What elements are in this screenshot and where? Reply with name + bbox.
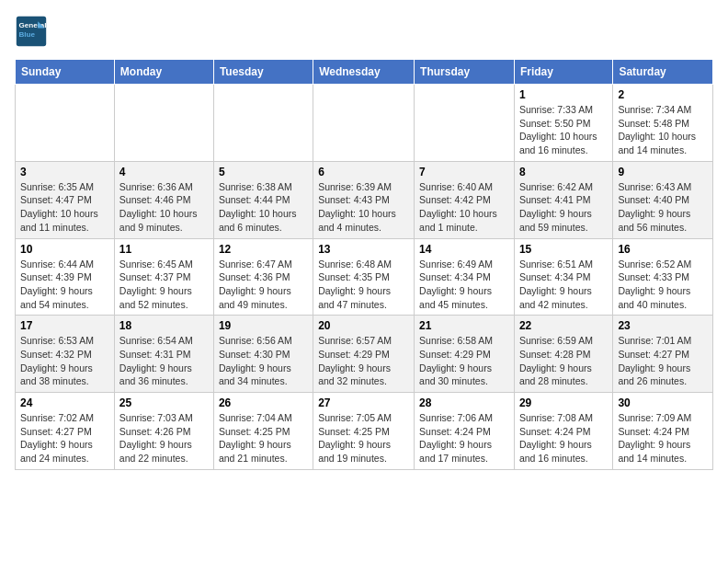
day-info: Sunrise: 6:40 AM Sunset: 4:42 PM Dayligh… bbox=[419, 180, 509, 235]
day-number: 15 bbox=[519, 243, 608, 256]
day-header-sunday: Sunday bbox=[16, 60, 115, 85]
day-number: 23 bbox=[618, 319, 708, 332]
day-header-friday: Friday bbox=[514, 60, 612, 85]
day-info: Sunrise: 6:47 AM Sunset: 4:36 PM Dayligh… bbox=[219, 258, 308, 312]
day-info: Sunrise: 6:51 AM Sunset: 4:34 PM Dayligh… bbox=[519, 258, 608, 312]
day-number: 18 bbox=[119, 319, 209, 332]
calendar-cell: 3Sunrise: 6:35 AM Sunset: 4:47 PM Daylig… bbox=[16, 161, 115, 238]
calendar-cell: 16Sunrise: 6:52 AM Sunset: 4:33 PM Dayli… bbox=[613, 238, 713, 316]
day-info: Sunrise: 6:35 AM Sunset: 4:47 PM Dayligh… bbox=[20, 180, 109, 235]
calendar-cell: 2Sunrise: 7:34 AM Sunset: 5:48 PM Daylig… bbox=[613, 85, 713, 162]
day-number: 25 bbox=[119, 396, 209, 409]
calendar-cell: 1Sunrise: 7:33 AM Sunset: 5:50 PM Daylig… bbox=[514, 85, 612, 162]
calendar-cell: 8Sunrise: 6:42 AM Sunset: 4:41 PM Daylig… bbox=[514, 161, 612, 238]
day-info: Sunrise: 6:52 AM Sunset: 4:33 PM Dayligh… bbox=[618, 258, 708, 312]
day-info: Sunrise: 6:56 AM Sunset: 4:30 PM Dayligh… bbox=[219, 334, 308, 388]
day-info: Sunrise: 7:08 AM Sunset: 4:24 PM Dayligh… bbox=[519, 411, 608, 465]
calendar-cell: 23Sunrise: 7:01 AM Sunset: 4:27 PM Dayli… bbox=[613, 316, 713, 393]
logo: General Blue bbox=[15, 15, 51, 48]
day-number: 26 bbox=[219, 396, 308, 409]
day-header-monday: Monday bbox=[114, 60, 213, 85]
day-header-saturday: Saturday bbox=[613, 60, 713, 85]
calendar-cell: 26Sunrise: 7:04 AM Sunset: 4:25 PM Dayli… bbox=[213, 393, 313, 470]
header: General Blue bbox=[15, 15, 713, 48]
day-header-wednesday: Wednesday bbox=[313, 60, 415, 85]
day-number: 8 bbox=[519, 166, 608, 178]
calendar-cell: 29Sunrise: 7:08 AM Sunset: 4:24 PM Dayli… bbox=[514, 393, 612, 470]
day-info: Sunrise: 7:06 AM Sunset: 4:24 PM Dayligh… bbox=[419, 411, 509, 465]
day-info: Sunrise: 7:03 AM Sunset: 4:26 PM Dayligh… bbox=[119, 411, 209, 465]
day-info: Sunrise: 7:34 AM Sunset: 5:48 PM Dayligh… bbox=[618, 103, 708, 157]
calendar-cell: 18Sunrise: 6:54 AM Sunset: 4:31 PM Dayli… bbox=[114, 316, 213, 393]
day-number: 9 bbox=[618, 166, 708, 178]
day-info: Sunrise: 6:59 AM Sunset: 4:28 PM Dayligh… bbox=[519, 334, 608, 388]
day-info: Sunrise: 6:53 AM Sunset: 4:32 PM Dayligh… bbox=[20, 334, 109, 388]
calendar-header-row: SundayMondayTuesdayWednesdayThursdayFrid… bbox=[16, 60, 713, 85]
calendar-cell: 25Sunrise: 7:03 AM Sunset: 4:26 PM Dayli… bbox=[114, 393, 213, 470]
day-number: 19 bbox=[219, 319, 308, 332]
day-number: 27 bbox=[318, 396, 409, 409]
day-info: Sunrise: 7:02 AM Sunset: 4:27 PM Dayligh… bbox=[20, 411, 109, 465]
day-number: 28 bbox=[419, 396, 509, 409]
day-info: Sunrise: 6:39 AM Sunset: 4:43 PM Dayligh… bbox=[318, 180, 409, 235]
day-info: Sunrise: 6:38 AM Sunset: 4:44 PM Dayligh… bbox=[219, 180, 308, 235]
calendar-cell bbox=[415, 85, 515, 162]
calendar-week-1: 1Sunrise: 7:33 AM Sunset: 5:50 PM Daylig… bbox=[16, 85, 713, 162]
calendar-cell: 13Sunrise: 6:48 AM Sunset: 4:35 PM Dayli… bbox=[313, 238, 415, 316]
day-number: 14 bbox=[419, 243, 509, 256]
day-info: Sunrise: 6:54 AM Sunset: 4:31 PM Dayligh… bbox=[119, 334, 209, 388]
day-number: 12 bbox=[219, 243, 308, 256]
calendar-cell bbox=[313, 85, 415, 162]
calendar-cell: 22Sunrise: 6:59 AM Sunset: 4:28 PM Dayli… bbox=[514, 316, 612, 393]
day-info: Sunrise: 6:49 AM Sunset: 4:34 PM Dayligh… bbox=[419, 258, 509, 312]
calendar-cell: 4Sunrise: 6:36 AM Sunset: 4:46 PM Daylig… bbox=[114, 161, 213, 238]
day-header-thursday: Thursday bbox=[415, 60, 515, 85]
calendar-week-5: 24Sunrise: 7:02 AM Sunset: 4:27 PM Dayli… bbox=[16, 393, 713, 470]
calendar-cell: 19Sunrise: 6:56 AM Sunset: 4:30 PM Dayli… bbox=[213, 316, 313, 393]
day-header-tuesday: Tuesday bbox=[213, 60, 313, 85]
calendar-cell bbox=[114, 85, 213, 162]
day-number: 29 bbox=[519, 396, 608, 409]
svg-text:Blue: Blue bbox=[19, 30, 36, 39]
day-number: 2 bbox=[618, 88, 708, 101]
calendar-cell: 24Sunrise: 7:02 AM Sunset: 4:27 PM Dayli… bbox=[16, 393, 115, 470]
day-info: Sunrise: 7:01 AM Sunset: 4:27 PM Dayligh… bbox=[618, 334, 708, 388]
day-info: Sunrise: 7:04 AM Sunset: 4:25 PM Dayligh… bbox=[219, 411, 308, 465]
day-number: 10 bbox=[20, 243, 109, 256]
day-info: Sunrise: 7:33 AM Sunset: 5:50 PM Dayligh… bbox=[519, 103, 608, 157]
day-info: Sunrise: 6:57 AM Sunset: 4:29 PM Dayligh… bbox=[318, 334, 409, 388]
calendar-cell: 7Sunrise: 6:40 AM Sunset: 4:42 PM Daylig… bbox=[415, 161, 515, 238]
day-number: 16 bbox=[618, 243, 708, 256]
calendar-cell: 6Sunrise: 6:39 AM Sunset: 4:43 PM Daylig… bbox=[313, 161, 415, 238]
day-number: 1 bbox=[519, 88, 608, 101]
calendar-cell: 14Sunrise: 6:49 AM Sunset: 4:34 PM Dayli… bbox=[415, 238, 515, 316]
calendar-cell: 27Sunrise: 7:05 AM Sunset: 4:25 PM Dayli… bbox=[313, 393, 415, 470]
day-number: 21 bbox=[419, 319, 509, 332]
day-info: Sunrise: 7:05 AM Sunset: 4:25 PM Dayligh… bbox=[318, 411, 409, 465]
day-number: 30 bbox=[618, 396, 708, 409]
day-number: 17 bbox=[20, 319, 109, 332]
day-info: Sunrise: 6:48 AM Sunset: 4:35 PM Dayligh… bbox=[318, 258, 409, 312]
calendar-cell: 20Sunrise: 6:57 AM Sunset: 4:29 PM Dayli… bbox=[313, 316, 415, 393]
calendar-week-4: 17Sunrise: 6:53 AM Sunset: 4:32 PM Dayli… bbox=[16, 316, 713, 393]
day-info: Sunrise: 6:58 AM Sunset: 4:29 PM Dayligh… bbox=[419, 334, 509, 388]
calendar-cell: 5Sunrise: 6:38 AM Sunset: 4:44 PM Daylig… bbox=[213, 161, 313, 238]
day-number: 6 bbox=[318, 166, 409, 178]
day-info: Sunrise: 6:36 AM Sunset: 4:46 PM Dayligh… bbox=[119, 180, 209, 235]
calendar-cell: 21Sunrise: 6:58 AM Sunset: 4:29 PM Dayli… bbox=[415, 316, 515, 393]
day-info: Sunrise: 6:45 AM Sunset: 4:37 PM Dayligh… bbox=[119, 258, 209, 312]
calendar-cell: 10Sunrise: 6:44 AM Sunset: 4:39 PM Dayli… bbox=[16, 238, 115, 316]
day-number: 7 bbox=[419, 166, 509, 178]
calendar-cell: 17Sunrise: 6:53 AM Sunset: 4:32 PM Dayli… bbox=[16, 316, 115, 393]
day-number: 22 bbox=[519, 319, 608, 332]
day-number: 5 bbox=[219, 166, 308, 178]
calendar-week-2: 3Sunrise: 6:35 AM Sunset: 4:47 PM Daylig… bbox=[16, 161, 713, 238]
calendar-table: SundayMondayTuesdayWednesdayThursdayFrid… bbox=[15, 59, 713, 470]
day-info: Sunrise: 6:44 AM Sunset: 4:39 PM Dayligh… bbox=[20, 258, 109, 312]
day-number: 20 bbox=[318, 319, 409, 332]
day-number: 3 bbox=[20, 166, 109, 178]
logo-icon: General Blue bbox=[15, 15, 48, 48]
calendar-cell: 11Sunrise: 6:45 AM Sunset: 4:37 PM Dayli… bbox=[114, 238, 213, 316]
day-info: Sunrise: 6:42 AM Sunset: 4:41 PM Dayligh… bbox=[519, 180, 608, 235]
calendar-cell: 9Sunrise: 6:43 AM Sunset: 4:40 PM Daylig… bbox=[613, 161, 713, 238]
